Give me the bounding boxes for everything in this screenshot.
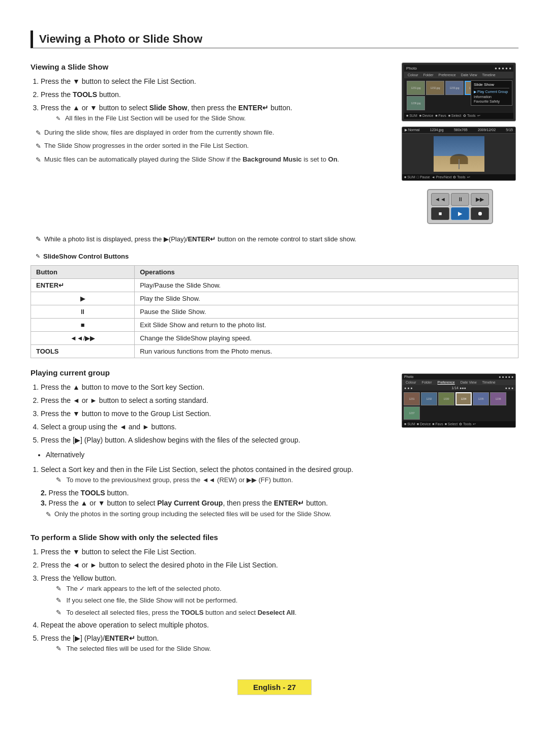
table-row: ENTER↵ Play/Pause the Slide Show. — [31, 278, 518, 292]
note-icon: ✎ — [56, 645, 62, 652]
thumbnail: 1237 — [404, 406, 420, 420]
bullet-item: Alternatively — [46, 450, 386, 460]
table-cell-button: ■ — [31, 318, 135, 331]
thumbnail: 1236.jpg — [407, 96, 425, 110]
table-title: SlideShow Control Buttons — [43, 253, 129, 260]
screen2-thumbnails: 1231 1232 1330 1234 1235 1236 12 — [402, 391, 515, 421]
table-cell-operation: Run various functions from the Photo men… — [135, 344, 518, 358]
note-step3-3: ✎ To deselect all selected files, press … — [56, 608, 518, 618]
remote-btn-rew[interactable]: ◄◄ — [431, 193, 449, 206]
table-row: TOOLS Run various functions from the Pho… — [31, 344, 518, 358]
note-3: ✎ Music files can be automatically playe… — [36, 154, 386, 165]
list-item: Select a Sort key and then in the File L… — [41, 464, 386, 485]
table-cell-operation: Exit Slide Show and return to the photo … — [135, 318, 518, 331]
note-icon: ✎ — [36, 234, 41, 244]
note-icon: ✎ — [56, 115, 60, 121]
alt-steps: Select a Sort key and then in the File L… — [41, 464, 386, 485]
table-header-operations: Operations — [135, 265, 518, 278]
screen2-nav: ● ● ● — [404, 386, 413, 390]
table-cell-button: ENTER↵ — [31, 278, 135, 292]
table-cell-button: TOOLS — [31, 344, 135, 358]
list-item: Press the ▲ button to move to the Sort k… — [41, 382, 386, 393]
note-step3-2: ✎ If you select one file, the Slide Show… — [56, 595, 518, 606]
footer-badge: English - 27 — [237, 679, 312, 695]
list-item: Press the ▲ or ▼ button to select Slide … — [41, 103, 386, 123]
thumbnail: 1232 — [421, 392, 437, 405]
note-2: ✎ The Slide Show progresses in the order… — [36, 141, 386, 151]
thumbnail: 1330 — [438, 392, 454, 405]
list-item: Press the ◄ or ► button to select the de… — [41, 560, 518, 571]
remote-btn-play[interactable]: ▶ — [451, 207, 469, 220]
section-title-selected: To perform a Slide Show with only the se… — [30, 533, 518, 542]
list-item: Select a group using the ◄ and ► buttons… — [41, 422, 386, 432]
menu-item: Information — [474, 94, 509, 99]
list-item: Press the [▶] (Play)/ENTER↵ button. ✎ Th… — [41, 633, 518, 654]
note-icon: ✎ — [36, 141, 41, 151]
footer: English - 27 — [30, 674, 518, 700]
remote-btn-pause[interactable]: ⏸ — [451, 193, 469, 206]
slideshow-topbar: ▶ Normal 1234.jpg 580x765 2009/12/02 5/1… — [402, 127, 515, 134]
table-row: ⏸ Pause the Slide Show. — [31, 305, 518, 318]
extra-note: ✎ While a photo list is displayed, press… — [36, 234, 518, 244]
table-cell-button: ◄◄/▶▶ — [31, 331, 135, 344]
note-icon: ✎ — [36, 128, 41, 138]
list-item: Press the ▼ button to select the File Li… — [41, 76, 386, 87]
screen2-nav2: ● ● ● — [505, 386, 513, 390]
slideshow-bottombar: ■ SUM□ Pause◄ Prev/Next✿ Tools↩ — [402, 174, 515, 180]
list-item: Repeat the above operation to select mul… — [41, 620, 518, 631]
thumbnail: 1235 — [473, 392, 489, 405]
list-item: Press the ▼ button to select the File Li… — [41, 547, 518, 557]
list-item: Press the TOOLS button. — [41, 89, 386, 100]
note-icon: ✎ — [46, 510, 51, 520]
note-icon: ✎ — [36, 253, 40, 260]
alt-step-2: 2. Press the TOOLS button. — [41, 489, 386, 497]
screen2-tabs: Colour Folder Preference Date View Timel… — [402, 380, 515, 385]
thumbnail: 1233.jpg — [445, 81, 464, 95]
menu-title: Slide Show — [474, 82, 509, 88]
table-cell-button: ⏸ — [31, 305, 135, 318]
slideshow-image — [402, 134, 515, 174]
alt-step-3: 3. Press the ▲ or ▼ button to select Pla… — [41, 499, 386, 507]
note-icon: ✎ — [36, 155, 41, 165]
note-icon: ✎ — [56, 596, 62, 604]
thumbnail: 1231 — [404, 392, 420, 405]
slideshow-table: Button Operations ENTER↵ Play/Pause the … — [30, 265, 518, 358]
note-step5: ✎ The selected files will be used for th… — [56, 644, 518, 654]
table-cell-operation: Change the SlideShow playing speed. — [135, 331, 518, 344]
selected-files-steps: Press the ▼ button to select the File Li… — [41, 547, 518, 654]
screen-bottom-bar: ■ SUM■ Device■ Favs■ Select✿ Tools↩ — [404, 113, 513, 119]
note-icon: ✎ — [56, 609, 62, 616]
table-row: ▶ Play the Slide Show. — [31, 292, 518, 305]
note-1: ✎ During the slide show, files are displ… — [36, 128, 386, 138]
menu-item: ▶ Play Current Group — [474, 89, 509, 94]
screen-mockup-2: ▶ Normal 1234.jpg 580x765 2009/12/02 5/1… — [402, 127, 516, 181]
screen-mockup-1: Photo ● ● ● ● ● Colour Folder Preference… — [402, 62, 518, 121]
section-title-slideshow: Viewing a Slide Show — [30, 62, 386, 71]
remote-btn-ff[interactable]: ▶▶ — [471, 193, 489, 206]
screen2-bottombar: ■ SUM■ Device■ Favs■ Select✿ Tools↩ — [402, 421, 515, 427]
note-icon: ✎ — [56, 585, 62, 592]
screen-top-bar: Photo ● ● ● ● ● — [404, 65, 513, 72]
table-header-button: Button — [31, 265, 135, 278]
page-title: Viewing a Photo or Slide Show — [30, 30, 518, 48]
beach-photo — [434, 136, 484, 172]
screen-mockup-3: Photo ● ● ● ● ● Colour Folder Preference… — [402, 373, 516, 428]
playing-group-steps: Press the ▲ button to move to the Sort k… — [41, 382, 386, 446]
thumbnail: 1231.jpg — [407, 81, 425, 95]
alt-note-3: ✎ Only the photos in the sorting group i… — [46, 509, 386, 520]
remote-control: ◄◄ ⏸ ▶▶ ■ ▶ ⏺ — [402, 189, 518, 224]
note-step3-1: ✎ The ✓ mark appears to the left of the … — [56, 584, 518, 594]
remote-btn-rec[interactable]: ⏺ — [471, 207, 489, 220]
slideshow-table-section: ✎ SlideShow Control Buttons Button Opera… — [30, 253, 518, 358]
remote-btn-stop[interactable]: ■ — [431, 207, 449, 220]
thumbnail: 1236 — [490, 392, 506, 405]
table-cell-operation: Play the Slide Show. — [135, 292, 518, 305]
list-item: Press the [▶] (Play) button. A slideshow… — [41, 435, 386, 446]
screen2-topbar: Photo ● ● ● ● ● — [402, 374, 515, 380]
table-cell-button: ▶ — [31, 292, 135, 305]
table-row: ■ Exit Slide Show and return to the phot… — [31, 318, 518, 331]
screen2-counter: 1/14 ●●● — [451, 386, 466, 390]
screen-tabs: Colour Folder Preference Date View Timel… — [404, 72, 513, 78]
menu-item: Favourite Safety — [474, 99, 509, 104]
note-icon: ✎ — [56, 476, 62, 484]
